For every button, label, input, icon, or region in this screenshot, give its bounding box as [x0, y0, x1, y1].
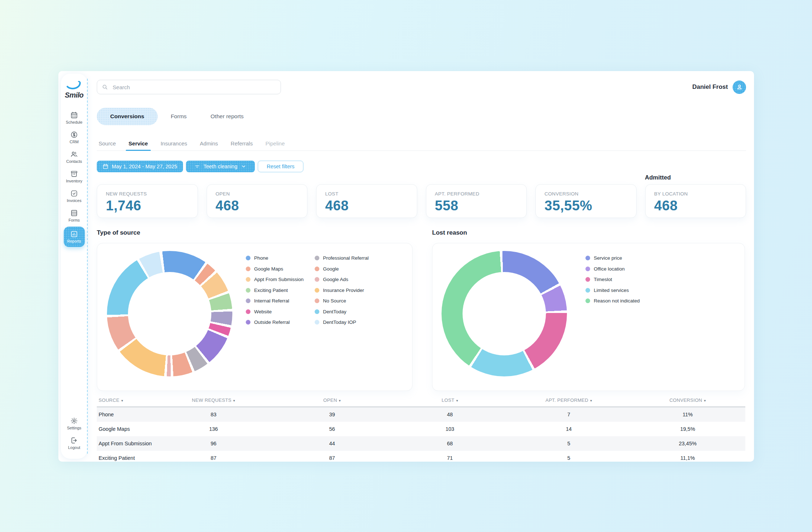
filters-row: May 1, 2024 - May 27, 2025 Teeth cleanin…: [97, 161, 303, 172]
topbar: Daniel Frost: [97, 80, 746, 94]
tab-other-reports[interactable]: Other reports: [200, 108, 254, 125]
table-cell: 103: [392, 426, 508, 432]
legend-label: No Source: [323, 298, 346, 304]
legend-label: DentToday: [323, 309, 347, 314]
legend-item: Phone: [246, 253, 304, 264]
sidebar-item-reports[interactable]: Reports: [64, 227, 85, 247]
sidebar-item-logout[interactable]: Logout: [63, 433, 86, 453]
table-row[interactable]: Phone833948711%: [97, 407, 745, 422]
stat-value: 468: [654, 198, 746, 214]
table-cell: 39: [272, 412, 392, 417]
sidebar-item-contacts[interactable]: Contacts: [63, 147, 86, 167]
stat-label: NEW REQUESTS: [106, 191, 198, 197]
type-of-source-legend-col-1: PhoneGoogle MapsAppt From SubmissionExci…: [246, 253, 304, 328]
column-header-source[interactable]: SOURCE▾: [97, 397, 155, 403]
table-cell: Phone: [97, 412, 155, 417]
service-filter-label: Teeth cleaning: [203, 164, 237, 169]
legend-item: Limited services: [585, 285, 640, 296]
service-filter-dropdown[interactable]: Teeth cleaning: [186, 161, 255, 172]
tab-conversions[interactable]: Conversions: [97, 108, 158, 125]
sort-caret-icon: ▾: [590, 399, 592, 403]
legend-label: Professional Referral: [323, 255, 369, 261]
legend-label: Limited services: [594, 288, 629, 293]
main-panel: Smilo ScheduleCRMContactsInventoryInvoic…: [58, 71, 754, 462]
legend-item: DentToday IOP: [315, 317, 369, 328]
sidebar-item-label: Settings: [67, 426, 82, 430]
report-tabs: ConversionsFormsOther reports: [97, 108, 254, 125]
user-menu[interactable]: Daniel Frost: [692, 81, 746, 94]
sidebar-footer: SettingsLogout: [63, 414, 86, 453]
box-icon: [70, 170, 78, 178]
table-cell: 5: [508, 455, 630, 461]
table-cell: 23,45%: [630, 441, 745, 446]
column-header-label: LOST: [442, 397, 454, 403]
column-header-conversion[interactable]: CONVERSION▾: [630, 397, 745, 403]
sort-caret-icon: ▾: [456, 399, 458, 403]
sort-caret-icon: ▾: [704, 399, 706, 403]
reset-filters-label: Reset filters: [267, 164, 295, 169]
stat-value: 468: [216, 198, 307, 214]
table-cell: 7: [508, 412, 630, 417]
app-logo[interactable]: Smilo: [65, 79, 83, 99]
stat-value: 468: [325, 198, 417, 214]
conversion-subtabs: SourceServiceInsurancesAdminsReferralsPi…: [97, 136, 746, 151]
legend-dot: [246, 256, 250, 260]
table-row[interactable]: Google Maps136561031419,5%: [97, 422, 745, 436]
table-cell: 14: [508, 426, 630, 432]
sidebar-item-inventory[interactable]: Inventory: [63, 167, 86, 186]
table-row[interactable]: Exciting Patient878771511,1%: [97, 451, 745, 462]
subtab-source[interactable]: Source: [99, 136, 116, 150]
column-header-open[interactable]: OPEN▾: [272, 397, 392, 403]
donut-hole: [463, 272, 546, 355]
legend-label: Google Ads: [323, 277, 348, 282]
column-header-apt-performed[interactable]: APT. PERFORMED▾: [508, 397, 630, 403]
table-cell: 48: [392, 412, 508, 417]
legend-dot: [585, 267, 590, 271]
subtab-insurances[interactable]: Insurances: [161, 136, 187, 150]
legend-dot: [315, 267, 319, 271]
legend-dot: [246, 320, 250, 325]
table-cell: 56: [272, 426, 392, 432]
subtab-referrals[interactable]: Referrals: [231, 136, 253, 150]
sidebar-item-settings[interactable]: Settings: [63, 414, 86, 433]
logout-icon: [70, 437, 78, 444]
subtab-pipeline[interactable]: Pipeline: [265, 136, 285, 150]
avatar[interactable]: [733, 81, 746, 94]
sort-caret-icon: ▾: [121, 399, 123, 403]
stat-label: OPEN: [216, 191, 307, 197]
user-name: Daniel Frost: [692, 83, 728, 91]
dollar-circle-icon: [70, 131, 78, 139]
table-cell: Appt From Submission: [97, 441, 155, 446]
legend-label: Exciting Patient: [254, 288, 288, 293]
legend-item: Appt From Submission: [246, 274, 304, 285]
table-cell: Google Maps: [97, 426, 155, 432]
legend-dot: [246, 267, 250, 271]
table-row[interactable]: Appt From Submission964468523,45%: [97, 436, 745, 451]
sidebar-item-crm[interactable]: CRM: [63, 128, 86, 147]
stat-card: OPEN468: [207, 184, 308, 218]
table-cell: Exciting Patient: [97, 455, 155, 461]
legend-dot: [246, 277, 250, 282]
search-input[interactable]: [112, 84, 276, 91]
sidebar-item-label: Logout: [68, 445, 80, 450]
reset-filters-button[interactable]: Reset filters: [258, 161, 303, 172]
search-icon: [102, 84, 108, 90]
stat-label: CONVERSION: [544, 191, 636, 197]
date-range-button[interactable]: May 1, 2024 - May 27, 2025: [97, 161, 183, 172]
subtab-service[interactable]: Service: [129, 136, 148, 150]
sidebar-item-forms[interactable]: Forms: [63, 206, 86, 226]
table-cell: 11%: [630, 412, 745, 417]
stat-label: BY LOCATION: [654, 191, 746, 197]
search-box[interactable]: [97, 80, 281, 94]
table-body: Phone833948711%Google Maps136561031419,5…: [97, 407, 745, 462]
sidebar-item-invoices[interactable]: Invoices: [63, 186, 86, 206]
legend-item: Website: [246, 306, 304, 317]
tab-forms[interactable]: Forms: [160, 108, 198, 125]
check-square-icon: [70, 190, 78, 197]
column-header-lost[interactable]: LOST▾: [392, 397, 508, 403]
chart-title-type-of-source: Type of source: [97, 229, 140, 236]
subtab-admins[interactable]: Admins: [200, 136, 218, 150]
legend-dot: [315, 298, 319, 303]
column-header-new-requests[interactable]: NEW REQUESTS▾: [155, 397, 272, 403]
sidebar-item-schedule[interactable]: Schedule: [63, 108, 86, 128]
